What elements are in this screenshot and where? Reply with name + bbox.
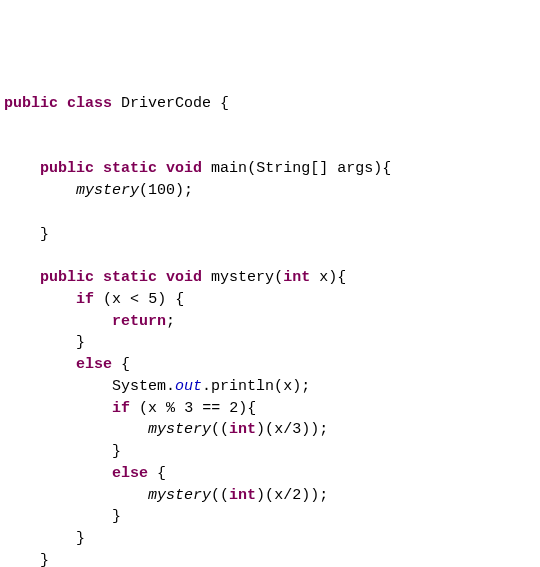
keyword-int: int (229, 487, 256, 504)
paren-close: ) (373, 160, 382, 177)
paren-close: ) (292, 378, 301, 395)
var-x: x (148, 400, 157, 417)
semicolon: ; (166, 313, 175, 330)
keyword-if: if (112, 400, 130, 417)
paren-close: ) (256, 487, 265, 504)
class-system: System (112, 378, 166, 395)
keyword-return: return (112, 313, 166, 330)
var-x: x (283, 378, 292, 395)
keyword-class: class (67, 95, 112, 112)
dot: . (202, 378, 211, 395)
keyword-static: static (103, 160, 157, 177)
call-mystery: mystery (148, 487, 211, 504)
brace-open: { (337, 269, 346, 286)
call-mystery: mystery (76, 182, 139, 199)
keyword-public: public (40, 269, 94, 286)
paren-open: ( (139, 182, 148, 199)
paren-open: ( (265, 487, 274, 504)
paren-close: ) (301, 487, 310, 504)
paren-open: ( (139, 400, 148, 417)
number-100: 100 (148, 182, 175, 199)
brace-open: { (121, 356, 130, 373)
field-out: out (175, 378, 202, 395)
keyword-void: void (166, 160, 202, 177)
op-div: / (283, 487, 292, 504)
class-name: DriverCode (121, 95, 211, 112)
param-x: x (319, 269, 328, 286)
brace-close: } (40, 552, 49, 567)
dot: . (166, 378, 175, 395)
paren-open: ( (211, 421, 220, 438)
paren-open: ( (103, 291, 112, 308)
paren-open: ( (220, 421, 229, 438)
code-block: public class DriverCode { public static … (4, 93, 536, 567)
number-3: 3 (184, 400, 193, 417)
paren-open: ( (247, 160, 256, 177)
paren-close: ) (238, 400, 247, 417)
semicolon: ; (319, 421, 328, 438)
paren-open: ( (220, 487, 229, 504)
keyword-else: else (76, 356, 112, 373)
paren-close: ) (310, 421, 319, 438)
brackets: [] (310, 160, 328, 177)
keyword-public: public (4, 95, 58, 112)
brace-close: } (76, 334, 85, 351)
keyword-void: void (166, 269, 202, 286)
paren-open: ( (211, 487, 220, 504)
op-mod: % (166, 400, 175, 417)
param-args: args (337, 160, 373, 177)
brace-open: { (157, 465, 166, 482)
var-x: x (274, 487, 283, 504)
keyword-int: int (283, 269, 310, 286)
var-x: x (112, 291, 121, 308)
type-string: String (256, 160, 310, 177)
brace-close: } (40, 226, 49, 243)
number-2: 2 (292, 487, 301, 504)
var-x: x (274, 421, 283, 438)
brace-open: { (247, 400, 256, 417)
paren-close: ) (157, 291, 166, 308)
brace-close: } (112, 443, 121, 460)
paren-close: ) (175, 182, 184, 199)
brace-open: { (382, 160, 391, 177)
paren-open: ( (265, 421, 274, 438)
number-5: 5 (148, 291, 157, 308)
paren-open: ( (274, 269, 283, 286)
method-mystery: mystery (211, 269, 274, 286)
semicolon: ; (319, 487, 328, 504)
brace-close: } (112, 508, 121, 525)
semicolon: ; (184, 182, 193, 199)
paren-close: ) (301, 421, 310, 438)
brace-open: { (220, 95, 229, 112)
keyword-public: public (40, 160, 94, 177)
keyword-if: if (76, 291, 94, 308)
paren-close: ) (310, 487, 319, 504)
op-div: / (283, 421, 292, 438)
keyword-else: else (112, 465, 148, 482)
number-3: 3 (292, 421, 301, 438)
method-println: println (211, 378, 274, 395)
brace-open: { (175, 291, 184, 308)
paren-close: ) (328, 269, 337, 286)
keyword-static: static (103, 269, 157, 286)
semicolon: ; (301, 378, 310, 395)
keyword-int: int (229, 421, 256, 438)
number-2: 2 (229, 400, 238, 417)
op-eq: == (202, 400, 220, 417)
call-mystery: mystery (148, 421, 211, 438)
op-lt: < (130, 291, 139, 308)
brace-close: } (76, 530, 85, 547)
paren-close: ) (256, 421, 265, 438)
paren-open: ( (274, 378, 283, 395)
method-main: main (211, 160, 247, 177)
